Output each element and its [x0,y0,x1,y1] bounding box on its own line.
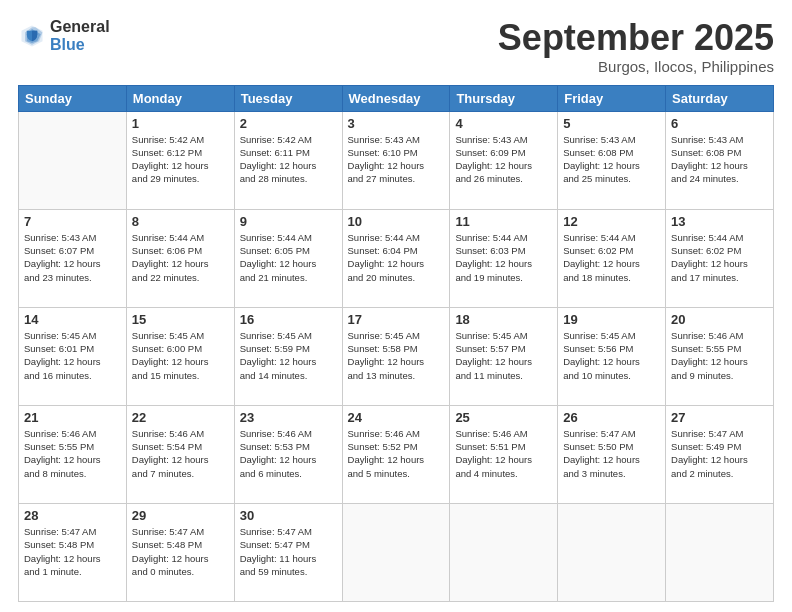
calendar-cell: 3Sunrise: 5:43 AMSunset: 6:10 PMDaylight… [342,111,450,209]
day-info: Sunrise: 5:45 AMSunset: 6:00 PMDaylight:… [132,329,229,382]
logo-blue-text: Blue [50,36,110,54]
day-number: 7 [24,214,121,229]
day-number: 5 [563,116,660,131]
day-number: 17 [348,312,445,327]
calendar-cell: 10Sunrise: 5:44 AMSunset: 6:04 PMDayligh… [342,209,450,307]
calendar-cell: 2Sunrise: 5:42 AMSunset: 6:11 PMDaylight… [234,111,342,209]
day-number: 3 [348,116,445,131]
calendar-cell: 28Sunrise: 5:47 AMSunset: 5:48 PMDayligh… [19,503,127,601]
day-number: 4 [455,116,552,131]
calendar-table: SundayMondayTuesdayWednesdayThursdayFrid… [18,85,774,602]
day-number: 26 [563,410,660,425]
weekday-monday: Monday [126,85,234,111]
day-info: Sunrise: 5:43 AMSunset: 6:08 PMDaylight:… [671,133,768,186]
day-info: Sunrise: 5:46 AMSunset: 5:55 PMDaylight:… [671,329,768,382]
day-number: 19 [563,312,660,327]
day-info: Sunrise: 5:46 AMSunset: 5:54 PMDaylight:… [132,427,229,480]
location: Burgos, Ilocos, Philippines [498,58,774,75]
day-number: 20 [671,312,768,327]
calendar-cell: 11Sunrise: 5:44 AMSunset: 6:03 PMDayligh… [450,209,558,307]
day-info: Sunrise: 5:45 AMSunset: 5:57 PMDaylight:… [455,329,552,382]
day-number: 10 [348,214,445,229]
day-info: Sunrise: 5:45 AMSunset: 5:59 PMDaylight:… [240,329,337,382]
day-number: 25 [455,410,552,425]
day-info: Sunrise: 5:43 AMSunset: 6:09 PMDaylight:… [455,133,552,186]
day-number: 30 [240,508,337,523]
calendar-cell: 18Sunrise: 5:45 AMSunset: 5:57 PMDayligh… [450,307,558,405]
calendar-cell: 12Sunrise: 5:44 AMSunset: 6:02 PMDayligh… [558,209,666,307]
day-number: 29 [132,508,229,523]
calendar-cell: 22Sunrise: 5:46 AMSunset: 5:54 PMDayligh… [126,405,234,503]
weekday-thursday: Thursday [450,85,558,111]
calendar-cell [19,111,127,209]
week-row-1: 1Sunrise: 5:42 AMSunset: 6:12 PMDaylight… [19,111,774,209]
logo-text: General Blue [50,18,110,53]
day-info: Sunrise: 5:43 AMSunset: 6:10 PMDaylight:… [348,133,445,186]
day-number: 2 [240,116,337,131]
day-info: Sunrise: 5:44 AMSunset: 6:03 PMDaylight:… [455,231,552,284]
calendar-cell: 15Sunrise: 5:45 AMSunset: 6:00 PMDayligh… [126,307,234,405]
day-info: Sunrise: 5:46 AMSunset: 5:53 PMDaylight:… [240,427,337,480]
day-info: Sunrise: 5:47 AMSunset: 5:49 PMDaylight:… [671,427,768,480]
day-number: 9 [240,214,337,229]
logo-general-text: General [50,18,110,36]
day-number: 11 [455,214,552,229]
top-section: General Blue September 2025 Burgos, Iloc… [18,18,774,75]
week-row-2: 7Sunrise: 5:43 AMSunset: 6:07 PMDaylight… [19,209,774,307]
day-number: 6 [671,116,768,131]
day-info: Sunrise: 5:42 AMSunset: 6:11 PMDaylight:… [240,133,337,186]
weekday-wednesday: Wednesday [342,85,450,111]
calendar-cell: 8Sunrise: 5:44 AMSunset: 6:06 PMDaylight… [126,209,234,307]
calendar-cell: 13Sunrise: 5:44 AMSunset: 6:02 PMDayligh… [666,209,774,307]
weekday-header-row: SundayMondayTuesdayWednesdayThursdayFrid… [19,85,774,111]
calendar-cell: 26Sunrise: 5:47 AMSunset: 5:50 PMDayligh… [558,405,666,503]
day-number: 15 [132,312,229,327]
day-info: Sunrise: 5:43 AMSunset: 6:07 PMDaylight:… [24,231,121,284]
day-number: 8 [132,214,229,229]
calendar-cell [450,503,558,601]
calendar-cell: 25Sunrise: 5:46 AMSunset: 5:51 PMDayligh… [450,405,558,503]
calendar-cell: 20Sunrise: 5:46 AMSunset: 5:55 PMDayligh… [666,307,774,405]
month-title: September 2025 [498,18,774,58]
day-number: 12 [563,214,660,229]
calendar-cell: 17Sunrise: 5:45 AMSunset: 5:58 PMDayligh… [342,307,450,405]
day-info: Sunrise: 5:42 AMSunset: 6:12 PMDaylight:… [132,133,229,186]
header-right: September 2025 Burgos, Ilocos, Philippin… [498,18,774,75]
day-info: Sunrise: 5:47 AMSunset: 5:47 PMDaylight:… [240,525,337,578]
calendar-cell: 7Sunrise: 5:43 AMSunset: 6:07 PMDaylight… [19,209,127,307]
day-info: Sunrise: 5:44 AMSunset: 6:06 PMDaylight:… [132,231,229,284]
calendar-cell: 4Sunrise: 5:43 AMSunset: 6:09 PMDaylight… [450,111,558,209]
weekday-saturday: Saturday [666,85,774,111]
logo: General Blue [18,18,110,53]
calendar-cell: 14Sunrise: 5:45 AMSunset: 6:01 PMDayligh… [19,307,127,405]
calendar-cell [666,503,774,601]
day-info: Sunrise: 5:47 AMSunset: 5:48 PMDaylight:… [24,525,121,578]
day-info: Sunrise: 5:45 AMSunset: 5:56 PMDaylight:… [563,329,660,382]
weekday-friday: Friday [558,85,666,111]
weekday-sunday: Sunday [19,85,127,111]
week-row-5: 28Sunrise: 5:47 AMSunset: 5:48 PMDayligh… [19,503,774,601]
day-number: 1 [132,116,229,131]
day-info: Sunrise: 5:46 AMSunset: 5:51 PMDaylight:… [455,427,552,480]
day-info: Sunrise: 5:44 AMSunset: 6:04 PMDaylight:… [348,231,445,284]
calendar-cell: 27Sunrise: 5:47 AMSunset: 5:49 PMDayligh… [666,405,774,503]
day-info: Sunrise: 5:44 AMSunset: 6:05 PMDaylight:… [240,231,337,284]
calendar-cell: 23Sunrise: 5:46 AMSunset: 5:53 PMDayligh… [234,405,342,503]
calendar-cell: 21Sunrise: 5:46 AMSunset: 5:55 PMDayligh… [19,405,127,503]
day-info: Sunrise: 5:46 AMSunset: 5:55 PMDaylight:… [24,427,121,480]
day-info: Sunrise: 5:47 AMSunset: 5:48 PMDaylight:… [132,525,229,578]
calendar-cell: 1Sunrise: 5:42 AMSunset: 6:12 PMDaylight… [126,111,234,209]
calendar-cell: 19Sunrise: 5:45 AMSunset: 5:56 PMDayligh… [558,307,666,405]
calendar-cell [342,503,450,601]
day-info: Sunrise: 5:43 AMSunset: 6:08 PMDaylight:… [563,133,660,186]
day-number: 14 [24,312,121,327]
day-number: 23 [240,410,337,425]
day-number: 16 [240,312,337,327]
day-info: Sunrise: 5:46 AMSunset: 5:52 PMDaylight:… [348,427,445,480]
calendar-cell: 24Sunrise: 5:46 AMSunset: 5:52 PMDayligh… [342,405,450,503]
calendar-cell: 5Sunrise: 5:43 AMSunset: 6:08 PMDaylight… [558,111,666,209]
week-row-4: 21Sunrise: 5:46 AMSunset: 5:55 PMDayligh… [19,405,774,503]
day-info: Sunrise: 5:44 AMSunset: 6:02 PMDaylight:… [563,231,660,284]
day-info: Sunrise: 5:47 AMSunset: 5:50 PMDaylight:… [563,427,660,480]
day-info: Sunrise: 5:45 AMSunset: 5:58 PMDaylight:… [348,329,445,382]
